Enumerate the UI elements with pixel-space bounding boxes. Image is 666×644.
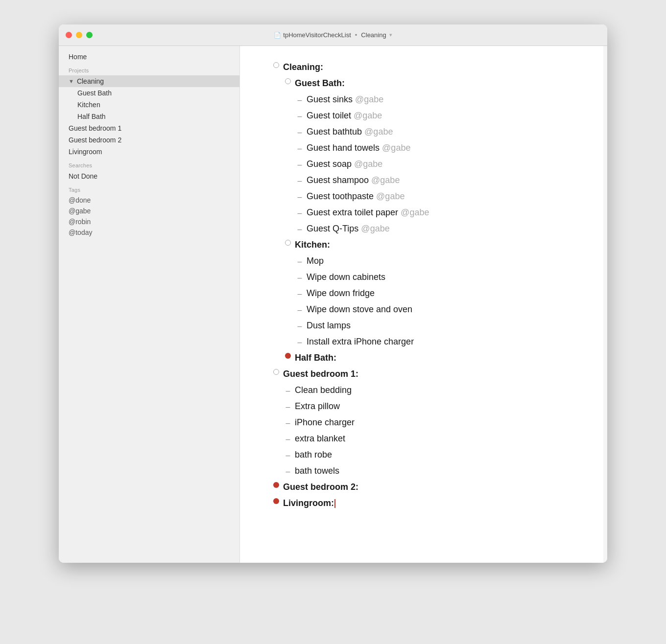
sidebar-searches-label: Searches (59, 158, 239, 170)
text-cursor (334, 499, 335, 508)
sidebar-guest-bedroom-1-label: Guest bedroom 1 (69, 124, 121, 132)
item-text: Clean bedding (295, 384, 574, 397)
list-item: – Guest toothpaste @gabe (269, 190, 574, 203)
sidebar-tag-today[interactable]: @today (59, 227, 239, 238)
bullet-dash: – (293, 222, 307, 235)
title-section: Cleaning (361, 31, 386, 39)
close-button[interactable] (66, 32, 72, 38)
bullet-dash: – (293, 303, 307, 316)
item-text: Kitchen: (295, 238, 574, 252)
sidebar-item-guest-bedroom-2[interactable]: Guest bedroom 2 (59, 134, 239, 146)
sidebar: Home Projects ▼ Cleaning Guest Bath Kitc… (59, 46, 240, 563)
list-item: – Guest toilet @gabe (269, 109, 574, 122)
item-text: Install extra iPhone charger (307, 335, 574, 348)
dropdown-chevron-icon[interactable]: ▾ (389, 32, 392, 38)
sidebar-livingroom-label: Livingroom (69, 148, 102, 156)
item-text: Guest toilet @gabe (307, 109, 574, 122)
list-item: Cleaning: (269, 61, 574, 74)
sidebar-item-guest-bedroom-1[interactable]: Guest bedroom 1 (59, 122, 239, 134)
bullet-dash: – (293, 271, 307, 284)
item-text: Wipe down cabinets (307, 271, 574, 284)
list-item: – Guest hand towels @gabe (269, 141, 574, 155)
list-item: – extra blanket (269, 432, 574, 445)
bullet-open (281, 238, 295, 246)
sidebar-tag-gabe[interactable]: @gabe (59, 206, 239, 216)
bullet-dash: – (293, 319, 307, 332)
sidebar-item-cleaning[interactable]: ▼ Cleaning (59, 75, 239, 87)
bullet-dash: – (293, 158, 307, 171)
sidebar-item-not-done[interactable]: Not Done (59, 170, 239, 182)
sidebar-item-guest-bath[interactable]: Guest Bath (59, 87, 239, 99)
bullet-open (281, 77, 295, 84)
document-icon: 📄 (274, 32, 281, 39)
list-item: – Wipe down cabinets (269, 271, 574, 284)
list-item: – Wipe down fridge (269, 287, 574, 300)
list-item: – Guest extra toilet paper @gabe (269, 206, 574, 219)
content-area[interactable]: Cleaning: Guest Bath: – Guest sinks @gab… (240, 46, 603, 563)
list-item: Guest bedroom 1: (269, 368, 574, 381)
bullet-dash: – (281, 384, 295, 397)
item-text: Wipe down fridge (307, 287, 574, 300)
scrollbar[interactable] (603, 46, 607, 563)
bullet-dash: – (293, 287, 307, 300)
sidebar-item-livingroom[interactable]: Livingroom (59, 146, 239, 158)
sidebar-cleaning-label: Cleaning (77, 77, 104, 85)
list-item: Livingroom: (269, 497, 574, 510)
bullet-dash: – (293, 206, 307, 219)
list-item: – bath robe (269, 448, 574, 461)
chevron-down-icon: ▼ (69, 78, 74, 84)
bullet-dash: – (281, 464, 295, 478)
list-item: – Mop (269, 254, 574, 268)
list-item: – iPhone charger (269, 416, 574, 429)
bullet-dash: – (281, 432, 295, 445)
sidebar-not-done-label: Not Done (69, 172, 97, 180)
bullet-filled (281, 351, 295, 359)
window-title: 📄 tpHomeVisitorCheckList • Cleaning ▾ (274, 31, 392, 39)
list-item: – bath towels (269, 464, 574, 478)
item-text: Guest bathtub @gabe (307, 125, 574, 138)
tag-gabe-label: @gabe (69, 207, 91, 215)
sidebar-tag-done[interactable]: @done (59, 195, 239, 206)
item-text: Guest sinks @gabe (307, 93, 574, 106)
item-text: Guest Bath: (295, 77, 574, 90)
item-text: Guest hand towels @gabe (307, 141, 574, 155)
bullet-open (269, 368, 283, 375)
main-content: Home Projects ▼ Cleaning Guest Bath Kitc… (59, 46, 607, 563)
list-item: – Clean bedding (269, 384, 574, 397)
bullet-dash: – (293, 141, 307, 155)
item-text: Guest soap @gabe (307, 158, 574, 171)
item-text: Cleaning: (283, 61, 574, 74)
bullet-dash: – (293, 190, 307, 203)
list-item: – Guest Q-Tips @gabe (269, 222, 574, 235)
item-text: Guest shampoo @gabe (307, 174, 574, 187)
bullet-dash: – (281, 416, 295, 429)
sidebar-item-half-bath[interactable]: Half Bath (59, 111, 239, 122)
sidebar-tags-label: Tags (59, 182, 239, 195)
minimize-button[interactable] (76, 32, 82, 38)
sidebar-tag-robin[interactable]: @robin (59, 216, 239, 227)
app-window: 📄 tpHomeVisitorCheckList • Cleaning ▾ Ho… (59, 24, 607, 563)
bullet-dash: – (281, 448, 295, 461)
title-project: tpHomeVisitorCheckList (283, 31, 351, 39)
tag-done-label: @done (69, 196, 91, 204)
list-item: Half Bath: (269, 351, 574, 365)
sidebar-guest-bath-label: Guest Bath (77, 89, 112, 97)
list-item: – Guest shampoo @gabe (269, 174, 574, 187)
item-text: extra blanket (295, 432, 574, 445)
sidebar-item-kitchen[interactable]: Kitchen (59, 99, 239, 111)
bullet-dash: – (281, 400, 295, 413)
sidebar-home[interactable]: Home (59, 51, 239, 63)
bullet-dash: – (293, 254, 307, 268)
list-item: – Install extra iPhone charger (269, 335, 574, 348)
list-item: – Extra pillow (269, 400, 574, 413)
tag-robin-label: @robin (69, 218, 91, 226)
tag-today-label: @today (69, 229, 92, 236)
sidebar-guest-bedroom-2-label: Guest bedroom 2 (69, 136, 121, 144)
item-text: Half Bath: (295, 351, 574, 365)
list-item: – Guest sinks @gabe (269, 93, 574, 106)
item-text: Guest bedroom 1: (283, 368, 574, 381)
list-item: – Guest soap @gabe (269, 158, 574, 171)
maximize-button[interactable] (86, 32, 93, 38)
item-text: Extra pillow (295, 400, 574, 413)
sidebar-kitchen-label: Kitchen (77, 101, 100, 109)
